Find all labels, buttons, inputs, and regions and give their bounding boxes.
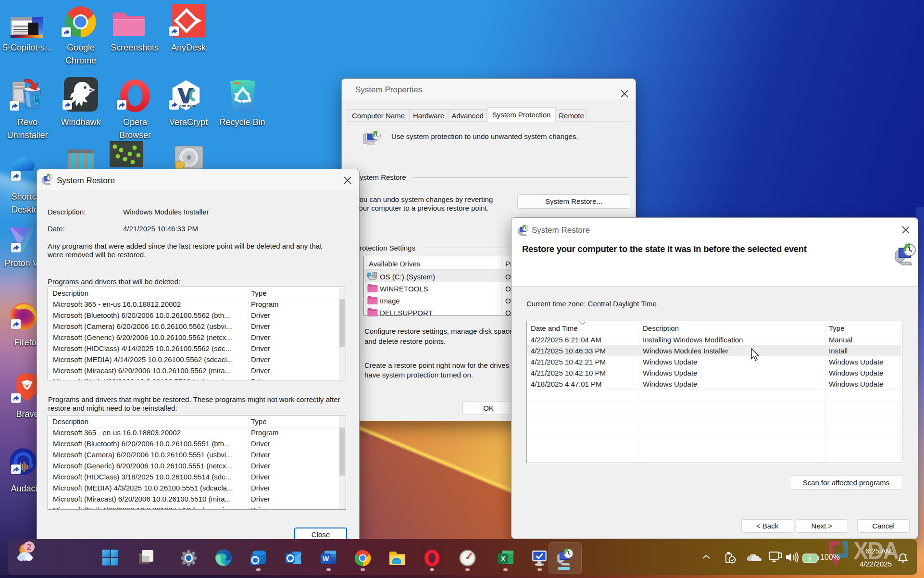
svg-text:VeraCrypt: VeraCrypt [177, 104, 195, 108]
svg-text:W: W [323, 555, 329, 563]
svg-text:z: z [905, 553, 907, 557]
svg-text:X: X [501, 555, 506, 563]
